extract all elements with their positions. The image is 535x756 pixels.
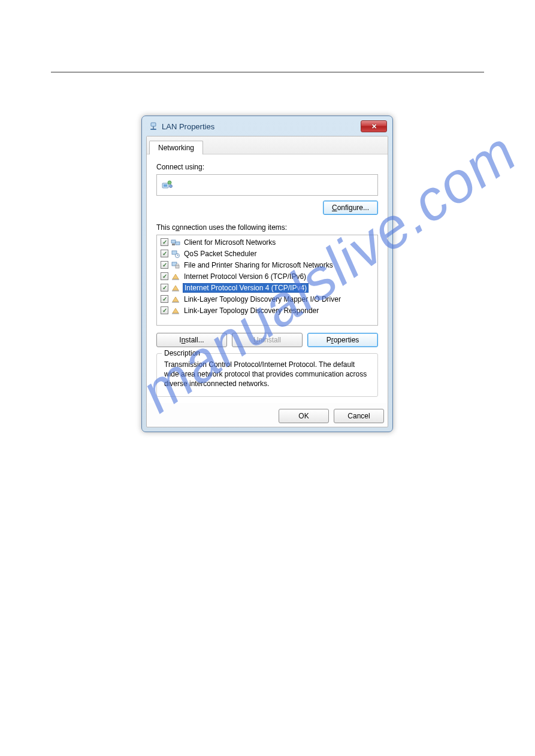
list-item-label: Client for Microsoft Networks — [183, 238, 277, 247]
connect-using-label: Connect using: — [156, 163, 378, 171]
check-icon: ✓ — [162, 262, 167, 268]
checkbox[interactable]: ✓ — [161, 295, 168, 303]
connect-using-field[interactable] — [156, 174, 378, 196]
dialog-body: Networking Connect using: Configure... T… — [146, 136, 388, 427]
list-item-label: QoS Packet Scheduler — [183, 250, 258, 258]
list-item-label: File and Printer Sharing for Microsoft N… — [183, 261, 334, 269]
client-icon — [171, 238, 180, 247]
properties-button[interactable]: Properties — [307, 333, 378, 347]
list-item[interactable]: ✓ QoS Packet Scheduler — [157, 248, 377, 259]
list-item[interactable]: ✓ Internet Protocol Version 6 (TCP/IPv6) — [157, 271, 377, 282]
checkbox[interactable]: ✓ — [161, 272, 168, 280]
connection-items-listbox[interactable]: ✓ Client for Microsoft Networks ✓ QoS Pa… — [156, 235, 378, 326]
uninstall-button[interactable]: Uninstall — [232, 333, 303, 347]
protocol-icon — [171, 306, 180, 315]
dialog-title: LAN Properties — [162, 122, 214, 131]
list-item-label: Link-Layer Topology Discovery Responder — [183, 306, 320, 315]
svg-point-5 — [168, 181, 171, 184]
titlebar-left: LAN Properties — [149, 122, 214, 131]
svg-rect-8 — [176, 242, 180, 245]
list-item-label: Internet Protocol Version 4 (TCP/IPv4) — [183, 283, 309, 293]
close-icon: ✕ — [371, 123, 377, 130]
checkbox[interactable]: ✓ — [161, 238, 168, 246]
configure-row: Configure... — [156, 201, 378, 215]
list-item[interactable]: ✓ Link-Layer Topology Discovery Responde… — [157, 305, 377, 316]
svg-rect-7 — [171, 240, 176, 243]
svg-rect-2 — [150, 129, 156, 130]
protocol-icon — [171, 283, 180, 293]
svg-point-6 — [170, 185, 173, 188]
description-legend: Description — [162, 349, 202, 357]
check-icon: ✓ — [162, 285, 167, 291]
tab-networking[interactable]: Networking — [149, 141, 203, 154]
list-item[interactable]: ✓ Client for Microsoft Networks — [157, 236, 377, 248]
install-button[interactable]: Install... — [156, 333, 227, 347]
tab-strip: Networking — [147, 136, 388, 154]
checkbox[interactable]: ✓ — [161, 261, 168, 269]
tab-content-networking: Connect using: Configure... This connect… — [147, 154, 388, 403]
description-group: Description Transmission Control Protoco… — [156, 353, 378, 397]
page-divider — [51, 72, 484, 72]
check-icon: ✓ — [162, 296, 167, 302]
list-item-label: Link-Layer Topology Discovery Mapper I/O… — [183, 295, 342, 303]
items-label: This connection uses the following items… — [156, 223, 378, 232]
svg-rect-15 — [176, 265, 179, 268]
footer-buttons: OK Cancel — [147, 403, 388, 427]
item-buttons-row: Install... Uninstall Properties — [156, 333, 378, 347]
adapter-icon — [162, 180, 173, 190]
check-icon: ✓ — [162, 274, 167, 280]
check-icon: ✓ — [162, 239, 167, 245]
svg-rect-9 — [172, 244, 175, 245]
cancel-button[interactable]: Cancel — [334, 409, 384, 423]
svg-rect-16 — [176, 264, 179, 265]
protocol-icon — [171, 294, 180, 304]
list-item[interactable]: ✓ Internet Protocol Version 4 (TCP/IPv4) — [157, 282, 377, 293]
checkbox[interactable]: ✓ — [161, 284, 168, 292]
svg-rect-4 — [164, 184, 167, 187]
ok-button[interactable]: OK — [279, 409, 329, 423]
configure-button[interactable]: Configure... — [323, 201, 378, 215]
check-icon: ✓ — [162, 251, 167, 257]
checkbox[interactable]: ✓ — [161, 306, 168, 314]
network-adapter-icon — [149, 122, 158, 131]
qos-icon — [171, 249, 180, 259]
description-text: Transmission Control Protocol/Internet P… — [164, 360, 370, 389]
checkbox[interactable]: ✓ — [161, 250, 168, 257]
list-item[interactable]: ✓ Link-Layer Topology Discovery Mapper I… — [157, 293, 377, 305]
check-icon: ✓ — [162, 308, 167, 314]
fileprint-icon — [171, 260, 180, 270]
titlebar[interactable]: LAN Properties ✕ — [146, 120, 388, 136]
list-item[interactable]: ✓ File and Printer Sharing for Microsoft… — [157, 259, 377, 271]
list-item-label: Internet Protocol Version 6 (TCP/IPv6) — [183, 272, 307, 281]
close-button[interactable]: ✕ — [361, 120, 387, 132]
svg-rect-0 — [151, 123, 156, 126]
lan-properties-dialog: LAN Properties ✕ Networking Connect usin… — [141, 116, 393, 432]
protocol-icon — [171, 272, 180, 281]
